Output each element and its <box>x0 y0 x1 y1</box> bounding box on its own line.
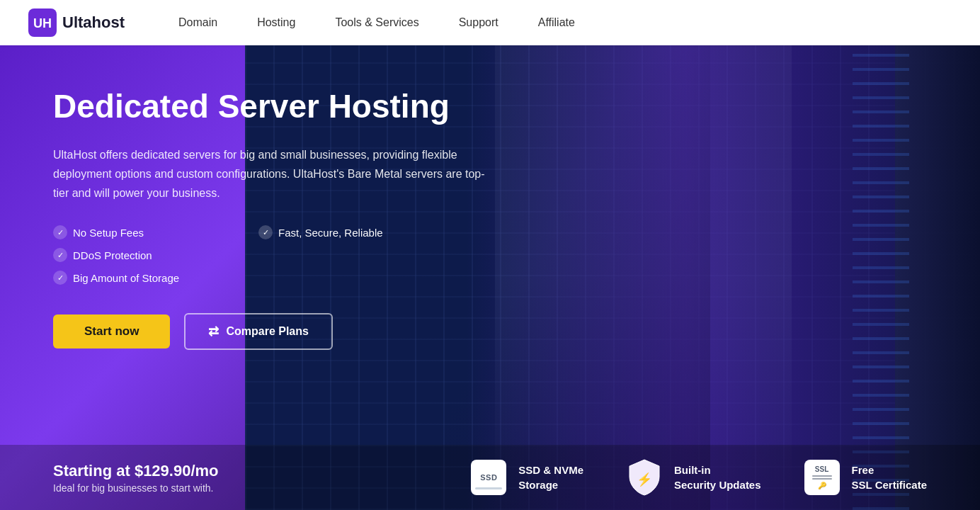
feature-ddos: ✓ DDoS Protection <box>53 248 258 262</box>
navbar: UH Ultahost Domain Hosting Tools & Servi… <box>0 0 980 45</box>
ssl-icon-wrapper: SSL 🔑 <box>804 459 841 496</box>
ssd-feature-text: SSD & NVMeStorage <box>518 463 583 492</box>
nav-link-support[interactable]: Support <box>439 0 518 45</box>
nav-item-support[interactable]: Support <box>439 0 518 45</box>
check-icon-2: ✓ <box>258 225 273 239</box>
nav-link-hosting[interactable]: Hosting <box>237 0 315 45</box>
ssd-icon-wrapper: SSD <box>470 459 507 496</box>
hero-features-list: ✓ No Setup Fees ✓ Fast, Secure, Reliable… <box>53 225 464 285</box>
feature-label-3: DDoS Protection <box>73 249 152 261</box>
feature-label-2: Fast, Secure, Reliable <box>278 227 383 239</box>
shield-icon: ⚡ <box>627 458 662 497</box>
nav-link-tools[interactable]: Tools & Services <box>315 0 438 45</box>
hero-section: Dedicated Server Hosting UltaHost offers… <box>0 45 980 510</box>
ssd-label-text: SSD <box>480 473 497 482</box>
ssd-stripe <box>475 487 502 489</box>
ssl-lines <box>812 475 832 480</box>
hero-description: UltaHost offers dedicated servers for bi… <box>53 145 492 203</box>
shield-icon-wrapper: ⚡ <box>626 459 663 496</box>
feature-fast-secure: ✓ Fast, Secure, Reliable <box>258 225 464 239</box>
nav-link-domain[interactable]: Domain <box>159 0 237 45</box>
logo-link[interactable]: UH Ultahost <box>28 8 125 37</box>
nav-links: Domain Hosting Tools & Services Support … <box>159 0 595 45</box>
ssl-icon: SSL 🔑 <box>804 460 840 495</box>
compare-plans-label: Compare Plans <box>226 325 308 338</box>
ssl-label-text: SSL <box>815 465 828 473</box>
compare-arrows-icon: ⇄ <box>208 324 219 339</box>
price-section: Starting at $129.90/mo Ideal for big bus… <box>53 462 470 494</box>
start-now-button[interactable]: Start now <box>53 314 170 348</box>
security-feature-text: Built-inSecurity Updates <box>674 463 761 492</box>
svg-text:⚡: ⚡ <box>637 472 653 487</box>
feature-label-1: No Setup Fees <box>73 227 144 239</box>
nav-link-affiliate[interactable]: Affiliate <box>518 0 595 45</box>
ssl-lock-icon: 🔑 <box>818 482 826 489</box>
feature-storage: ✓ Big Amount of Storage <box>53 271 464 285</box>
bottom-features: SSD SSD & NVMeStorage ⚡ <box>470 459 927 496</box>
svg-text:UH: UH <box>33 16 52 30</box>
nav-item-tools[interactable]: Tools & Services <box>315 0 438 45</box>
hero-buttons: Start now ⇄ Compare Plans <box>53 313 538 350</box>
ssl-feature-text: FreeSSL Certificate <box>852 463 927 492</box>
feature-security: ⚡ Built-inSecurity Updates <box>626 459 761 496</box>
check-icon-3: ✓ <box>53 248 67 262</box>
nav-item-hosting[interactable]: Hosting <box>237 0 315 45</box>
hero-title: Dedicated Server Hosting <box>53 88 538 125</box>
price-subtitle: Ideal for big businesses to start with. <box>53 482 470 494</box>
feature-label-4: Big Amount of Storage <box>73 272 179 284</box>
logo-icon: UH <box>28 8 57 37</box>
hero-content: Dedicated Server Hosting UltaHost offers… <box>0 45 538 445</box>
hero-bottom-bar: Starting at $129.90/mo Ideal for big bus… <box>0 445 980 510</box>
nav-item-affiliate[interactable]: Affiliate <box>518 0 595 45</box>
price-main: Starting at $129.90/mo <box>53 462 470 480</box>
logo-text: Ultahost <box>62 13 125 32</box>
feature-ssl: SSL 🔑 FreeSSL Certificate <box>804 459 927 496</box>
nav-item-domain[interactable]: Domain <box>159 0 237 45</box>
compare-plans-button[interactable]: ⇄ Compare Plans <box>184 313 332 350</box>
check-icon-4: ✓ <box>53 271 67 285</box>
check-icon-1: ✓ <box>53 225 67 239</box>
feature-no-setup: ✓ No Setup Fees <box>53 225 258 239</box>
feature-ssd: SSD SSD & NVMeStorage <box>470 459 583 496</box>
ssd-icon: SSD <box>471 460 506 495</box>
